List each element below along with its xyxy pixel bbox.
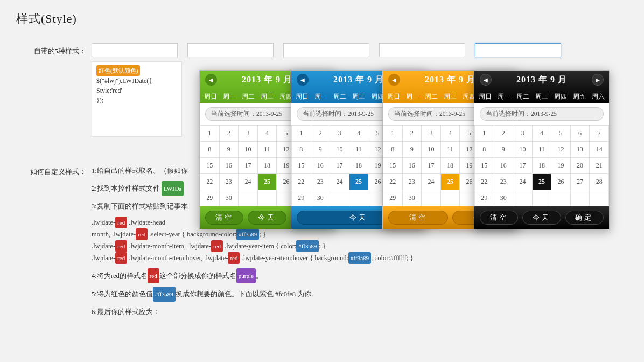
- day-cell[interactable]: 25: [532, 174, 551, 190]
- day-cell[interactable]: 27: [570, 174, 590, 190]
- clear-button[interactable]: 清空: [480, 211, 518, 225]
- day-cell[interactable]: 22: [475, 174, 494, 190]
- day-cell[interactable]: 29: [383, 190, 403, 206]
- day-cell[interactable]: 22: [292, 174, 311, 190]
- day-cell[interactable]: 24: [239, 174, 258, 190]
- day-cell[interactable]: 15: [292, 158, 311, 174]
- day-cell[interactable]: 1: [475, 126, 494, 142]
- day-cell[interactable]: 9: [494, 142, 513, 158]
- day-cell[interactable]: 23: [219, 174, 239, 190]
- day-cell[interactable]: 18: [349, 158, 368, 174]
- day-cell[interactable]: 25: [349, 174, 368, 190]
- day-cell[interactable]: 29: [292, 190, 311, 206]
- day-cell[interactable]: 4: [349, 126, 368, 142]
- day-cell[interactable]: 1: [200, 126, 220, 142]
- day-cell[interactable]: 16: [219, 158, 239, 174]
- clear-button[interactable]: 清空: [205, 211, 243, 225]
- day-cell[interactable]: 24: [513, 174, 533, 190]
- day-cell[interactable]: 30: [494, 190, 513, 206]
- day-cell[interactable]: 3: [330, 126, 349, 142]
- day-cell[interactable]: 11: [532, 142, 551, 158]
- day-cell[interactable]: 9: [311, 142, 330, 158]
- day-cell[interactable]: 3: [422, 126, 441, 142]
- day-cell[interactable]: 11: [257, 142, 277, 158]
- day-cell[interactable]: 17: [239, 158, 258, 174]
- day-cell[interactable]: 8: [475, 142, 494, 158]
- date-input-2[interactable]: [187, 43, 274, 57]
- day-cell[interactable]: 16: [311, 158, 330, 174]
- prev-month-button[interactable]: ◀: [480, 74, 492, 86]
- day-cell[interactable]: 10: [513, 142, 533, 158]
- day-cell[interactable]: 2: [311, 126, 330, 142]
- day-cell[interactable]: 25: [440, 174, 460, 190]
- day-cell[interactable]: 29: [475, 190, 494, 206]
- day-cell[interactable]: 9: [219, 142, 239, 158]
- date-input-1[interactable]: [92, 43, 178, 57]
- day-cell[interactable]: 20: [570, 158, 590, 174]
- day-cell[interactable]: 17: [422, 158, 441, 174]
- prev-month-button[interactable]: ◀: [297, 74, 309, 86]
- next-month-button[interactable]: ▶: [592, 74, 604, 86]
- day-cell[interactable]: 19: [551, 158, 571, 174]
- day-cell[interactable]: 21: [590, 158, 609, 174]
- day-cell[interactable]: 4: [440, 126, 460, 142]
- day-cell[interactable]: 22: [383, 174, 403, 190]
- day-cell[interactable]: 3: [239, 126, 258, 142]
- day-cell[interactable]: 30: [311, 190, 330, 206]
- day-cell[interactable]: 29: [200, 190, 220, 206]
- day-cell[interactable]: 16: [402, 158, 422, 174]
- ok-button[interactable]: 确定: [565, 211, 604, 225]
- day-cell[interactable]: 18: [257, 158, 277, 174]
- day-cell[interactable]: 10: [422, 142, 441, 158]
- day-cell[interactable]: 9: [402, 142, 422, 158]
- day-cell[interactable]: 5: [551, 126, 571, 142]
- day-cell[interactable]: 3: [513, 126, 533, 142]
- day-cell[interactable]: 7: [590, 126, 609, 142]
- day-cell[interactable]: 12: [551, 142, 571, 158]
- day-cell[interactable]: 15: [383, 158, 403, 174]
- day-cell[interactable]: 17: [330, 158, 349, 174]
- day-cell[interactable]: 11: [349, 142, 368, 158]
- day-cell[interactable]: 6: [570, 126, 590, 142]
- day-cell[interactable]: 23: [402, 174, 422, 190]
- day-cell[interactable]: 8: [292, 142, 311, 158]
- day-cell[interactable]: 16: [494, 158, 513, 174]
- day-cell[interactable]: 23: [494, 174, 513, 190]
- day-cell[interactable]: 25: [257, 174, 277, 190]
- day-cell[interactable]: 15: [475, 158, 494, 174]
- day-cell[interactable]: 18: [532, 158, 551, 174]
- day-cell[interactable]: 17: [513, 158, 533, 174]
- day-cell[interactable]: 2: [402, 126, 422, 142]
- day-cell[interactable]: 8: [383, 142, 403, 158]
- date-input-3[interactable]: [283, 43, 369, 57]
- prev-month-button[interactable]: ◀: [388, 74, 400, 86]
- day-cell[interactable]: 24: [330, 174, 349, 190]
- day-cell[interactable]: 23: [311, 174, 330, 190]
- day-cell[interactable]: 24: [422, 174, 441, 190]
- today-button[interactable]: 今天: [522, 211, 561, 225]
- day-cell[interactable]: 13: [570, 142, 590, 158]
- day-cell[interactable]: 11: [440, 142, 460, 158]
- day-cell[interactable]: 1: [292, 126, 311, 142]
- day-cell[interactable]: 1: [383, 126, 403, 142]
- day-cell[interactable]: 2: [219, 126, 239, 142]
- day-cell[interactable]: 14: [590, 142, 609, 158]
- day-cell[interactable]: 15: [200, 158, 220, 174]
- day-cell[interactable]: 10: [239, 142, 258, 158]
- day-cell[interactable]: 30: [219, 190, 239, 206]
- clear-button[interactable]: 清空: [388, 211, 448, 225]
- prev-month-button[interactable]: ◀: [205, 74, 217, 86]
- date-input-4[interactable]: [379, 43, 465, 57]
- day-cell[interactable]: 18: [440, 158, 460, 174]
- day-cell[interactable]: 26: [551, 174, 571, 190]
- day-cell[interactable]: 4: [532, 126, 551, 142]
- date-input-5[interactable]: [475, 43, 561, 57]
- day-cell[interactable]: 22: [200, 174, 220, 190]
- day-cell[interactable]: 8: [200, 142, 220, 158]
- today-button[interactable]: 今天: [248, 211, 286, 225]
- day-cell[interactable]: 10: [330, 142, 349, 158]
- day-cell[interactable]: 2: [494, 126, 513, 142]
- day-cell[interactable]: 28: [590, 174, 609, 190]
- day-cell[interactable]: 30: [402, 190, 422, 206]
- day-cell[interactable]: 4: [257, 126, 277, 142]
